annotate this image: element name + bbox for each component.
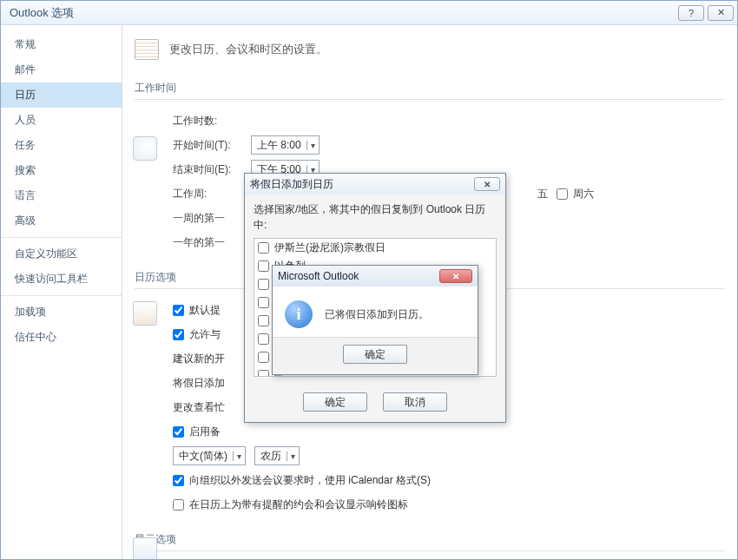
message-box: Microsoft Outlook ✕ i 已将假日添加到日历。 确定 xyxy=(272,265,478,375)
sidebar-item-customize-ribbon[interactable]: 自定义功能区 xyxy=(1,241,122,267)
section-work-hours-title: 工作时间 xyxy=(135,77,725,100)
outlook-options-window: Outlook 选项 ? ✕ 常规 邮件 日历 人员 任务 搜索 语言 高级 自… xyxy=(0,0,738,560)
chevron-down-icon: ▾ xyxy=(306,141,315,150)
chevron-down-icon: ▾ xyxy=(233,451,241,461)
msgbox-body: i 已将假日添加到日历。 xyxy=(273,287,478,337)
work-week-label: 工作周: xyxy=(173,187,242,201)
msgbox-titlebar: Microsoft Outlook ✕ xyxy=(273,266,478,287)
info-icon: i xyxy=(285,300,313,328)
sidebar-item-addins[interactable]: 加载项 xyxy=(1,300,122,325)
dialog-titlebar: 将假日添加到日历 ✕ xyxy=(245,174,505,194)
add-holiday-label: 将假日添加 xyxy=(173,376,225,391)
work-hours-label: 工作时数: xyxy=(173,114,242,128)
msgbox-close-button[interactable]: ✕ xyxy=(439,269,472,283)
clock-icon xyxy=(133,136,157,161)
holiday-item[interactable]: 伊斯兰(逊尼派)宗教假日 xyxy=(254,239,496,257)
dialog-title: 将假日添加到日历 xyxy=(250,177,333,192)
page-header: 更改日历、会议和时区的设置。 xyxy=(135,34,725,72)
chevron-down-icon: ▾ xyxy=(287,451,295,461)
msgbox-text: 已将假日添加到日历。 xyxy=(325,307,429,322)
sidebar-separator xyxy=(1,295,122,296)
first-day-label: 一周的第一 xyxy=(173,211,242,226)
msgbox-ok-button[interactable]: 确定 xyxy=(343,345,407,364)
day-fri-partial: 五 xyxy=(537,187,548,201)
day-sat-checkbox[interactable]: 周六 xyxy=(557,187,594,201)
dialog-instruction: 选择国家/地区，将其中的假日复制到 Outlook 日历中: xyxy=(254,201,497,233)
cancel-button[interactable]: 取消 xyxy=(383,392,447,412)
end-time-label: 结束时间(E): xyxy=(173,162,242,177)
sidebar-item-search[interactable]: 搜索 xyxy=(1,158,122,183)
start-time-label: 开始时间(T): xyxy=(173,138,242,153)
calendar-options-icon xyxy=(133,301,157,326)
titlebar: Outlook 选项 ? ✕ xyxy=(1,1,737,25)
msgbox-title: Microsoft Outlook xyxy=(278,270,359,282)
language-dropdown[interactable]: 中文(简体)▾ xyxy=(173,446,246,465)
sidebar-item-quick-access[interactable]: 快速访问工具栏 xyxy=(1,267,122,292)
dialog-button-row: 确定 取消 xyxy=(245,384,505,422)
calendar-icon xyxy=(135,39,159,60)
sidebar-item-general[interactable]: 常规 xyxy=(1,32,122,57)
sidebar-item-people[interactable]: 人员 xyxy=(1,108,122,133)
page-subtitle: 更改日历、会议和时区的设置。 xyxy=(169,42,327,57)
icalendar-checkbox[interactable]: 向组织以外发送会议要求时，使用 iCalendar 格式(S) xyxy=(173,473,431,488)
sidebar-item-language[interactable]: 语言 xyxy=(1,183,122,208)
bell-icon-checkbox[interactable]: 在日历上为带有提醒的约会和会议显示响铃图标 xyxy=(173,497,408,512)
help-button[interactable]: ? xyxy=(678,5,704,21)
sidebar-item-advanced[interactable]: 高级 xyxy=(1,208,122,234)
allow-checkbox[interactable]: 允许与 xyxy=(173,327,221,342)
ok-button[interactable]: 确定 xyxy=(303,392,367,412)
section-display-title: 显示选项 xyxy=(135,529,725,551)
suggest-label: 建议新的开 xyxy=(173,352,225,366)
window-title: Outlook 选项 xyxy=(10,5,675,21)
sidebar-item-mail[interactable]: 邮件 xyxy=(1,57,122,82)
sidebar-item-tasks[interactable]: 任务 xyxy=(1,133,122,158)
dialog-close-button[interactable]: ✕ xyxy=(474,177,500,191)
display-options-icon xyxy=(133,537,157,559)
calendar-type-dropdown[interactable]: 农历▾ xyxy=(254,446,300,465)
sidebar-item-calendar[interactable]: 日历 xyxy=(1,82,122,108)
sidebar-separator xyxy=(1,237,122,238)
sidebar: 常规 邮件 日历 人员 任务 搜索 语言 高级 自定义功能区 快速访问工具栏 加… xyxy=(1,25,122,559)
change-view-label: 更改查看忙 xyxy=(173,400,225,415)
enable-backup-checkbox[interactable]: 启用备 xyxy=(173,425,221,439)
default-reminder-checkbox[interactable]: 默认提 xyxy=(173,303,221,318)
sidebar-item-trust-center[interactable]: 信任中心 xyxy=(1,325,122,350)
msgbox-footer: 确定 xyxy=(273,337,478,374)
section-display: 默认日历颜色(C): ▾ 对所有日历应用此颜色(F) xyxy=(135,551,725,559)
first-year-label: 一年的第一 xyxy=(173,235,242,250)
start-time-dropdown[interactable]: 上午 8:00▾ xyxy=(251,135,320,155)
close-button[interactable]: ✕ xyxy=(708,5,734,21)
